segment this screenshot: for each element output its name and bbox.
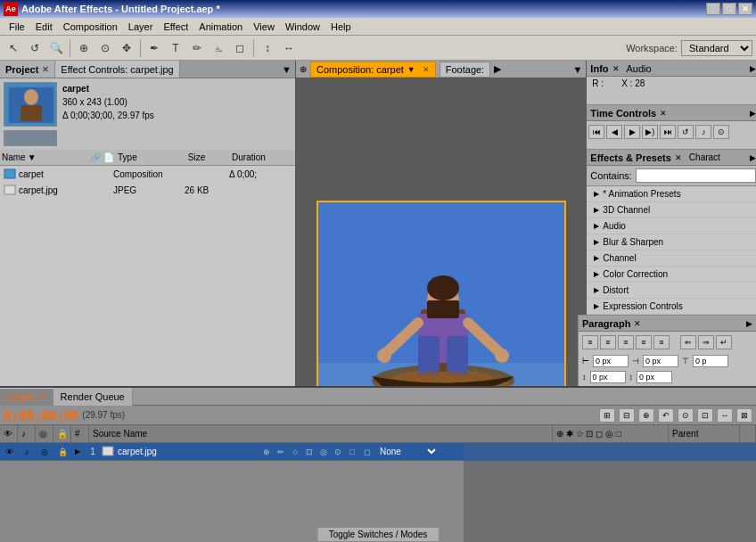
justify-all-btn[interactable]: ≡ [653, 335, 670, 349]
effect-3d-channel[interactable]: ▶ 3D Channel [587, 202, 756, 218]
effect-audio[interactable]: ▶ Audio [587, 218, 756, 234]
layer-expand-btn[interactable]: ▶ [71, 448, 84, 456]
space2-field[interactable] [637, 371, 672, 383]
info-tab[interactable]: Info [590, 63, 608, 74]
switch-2[interactable]: ✏ [275, 448, 287, 456]
effect-expression-controls[interactable]: ▶ Expression Controls [587, 299, 756, 315]
effects-close[interactable]: ✕ [675, 153, 682, 162]
indent3-field[interactable] [693, 355, 728, 367]
timeline-btn7[interactable]: ↔ [717, 408, 733, 423]
puppet-tool[interactable]: ↕ [258, 38, 277, 58]
layer-audio-btn[interactable]: ♪ [18, 448, 36, 456]
timeline-btn8[interactable]: ⊠ [736, 408, 752, 423]
effects-tab[interactable]: Effects & Presets [590, 152, 671, 163]
file-row-carpet[interactable]: carpet Composition Δ 0;00; [0, 166, 295, 182]
project-panel-menu[interactable]: ▼ [278, 61, 295, 78]
effects-menu[interactable]: ▶ [750, 153, 756, 162]
ltr-btn[interactable]: ⇒ [698, 335, 714, 349]
effects-search-input[interactable] [636, 168, 756, 183]
puppet2-tool[interactable]: ↔ [279, 38, 299, 58]
align-center-btn[interactable]: ≡ [600, 335, 616, 349]
rtl-btn[interactable]: ⇐ [680, 335, 696, 349]
audio-tab[interactable]: Audio [627, 63, 652, 74]
align-left-btn[interactable]: ≡ [582, 335, 598, 349]
menu-edit[interactable]: Edit [30, 20, 58, 34]
go-to-end-btn[interactable]: ⏭ [660, 125, 676, 139]
layer-vis-btn[interactable]: 👁 [0, 448, 18, 456]
col-type[interactable]: Type [118, 152, 188, 162]
para-title[interactable]: Paragraph [582, 318, 630, 329]
menu-layer[interactable]: Layer [123, 20, 159, 34]
switch-1[interactable]: ⊕ [260, 448, 273, 456]
time-controls-label[interactable]: Time Controls [590, 108, 656, 119]
menu-animation[interactable]: Animation [193, 20, 248, 34]
menu-window[interactable]: Window [280, 20, 325, 34]
comp-close-btn[interactable]: ✕ [423, 65, 430, 74]
toggle-switches-modes-btn[interactable]: Toggle Switches / Modes [317, 527, 440, 542]
comp-dropdown-icon[interactable]: ▼ [407, 65, 415, 74]
info-menu[interactable]: ▶ [750, 64, 756, 73]
play-btn[interactable]: ▶ [494, 63, 501, 75]
menu-composition[interactable]: Composition [58, 20, 123, 34]
switch-3[interactable]: ☆ [289, 448, 301, 456]
space1-field[interactable] [590, 371, 626, 383]
switch-8[interactable]: ◻ [360, 448, 373, 456]
menu-help[interactable]: Help [325, 20, 357, 34]
layer-row-1[interactable]: 👁 ♪ ◎ 🔒 ▶ 1 carpet.jpg ⊕ ✏ ☆ ⊡ ◎ ⊙ □ [0, 443, 464, 461]
info-close[interactable]: ✕ [612, 64, 620, 73]
effect-distort[interactable]: ▶ Distort [587, 283, 756, 299]
clone-tool[interactable]: ⎁ [209, 38, 228, 58]
switch-6[interactable]: ⊙ [332, 448, 344, 456]
brush-tool[interactable]: ✏ [187, 38, 207, 58]
switch-7[interactable]: □ [346, 448, 358, 456]
menu-effect[interactable]: Effect [158, 20, 193, 34]
timeline-btn1[interactable]: ⊞ [599, 408, 615, 423]
footage-tab[interactable]: Footage: [440, 62, 490, 78]
workspace-select[interactable]: Standard [681, 40, 752, 56]
select-tool[interactable]: ↖ [4, 38, 23, 58]
effect-channel[interactable]: ▶ Channel [587, 250, 756, 267]
file-row-carpet-jpg[interactable]: carpet.jpg JPEG 26 KB [0, 182, 295, 198]
play-btn[interactable]: ▶ [624, 125, 640, 139]
window-controls[interactable]: _ □ ✕ [706, 3, 752, 15]
comp-tab[interactable]: Composition: carpet ▼ ✕ [310, 62, 436, 78]
project-close[interactable]: ✕ [42, 65, 49, 74]
pen-tool[interactable]: ✒ [144, 38, 164, 58]
para-menu[interactable]: ▶ [746, 319, 752, 328]
para-close[interactable]: ✕ [634, 319, 641, 328]
effect-controls-tab[interactable]: Effect Controls: carpet.jpg [55, 61, 179, 78]
indent-btn[interactable]: ↵ [716, 335, 732, 349]
indent2-field[interactable] [643, 355, 678, 367]
play-audio-btn[interactable]: ▶) [642, 125, 658, 139]
timeline-btn4[interactable]: ↶ [658, 408, 674, 423]
effect-animation-presets[interactable]: ▶ * Animation Presets [587, 186, 756, 202]
project-tab[interactable]: Project ✕ [0, 61, 55, 78]
step-back-btn[interactable]: ◀ [606, 125, 622, 139]
align-right-btn[interactable]: ≡ [618, 335, 634, 349]
menu-view[interactable]: View [248, 20, 280, 34]
render-queue-tab[interactable]: Render Queue [53, 388, 133, 406]
loop-btn[interactable]: ↺ [678, 125, 694, 139]
col-size[interactable]: Size [188, 152, 232, 162]
parent-select[interactable]: None [376, 446, 439, 457]
pan-tool[interactable]: ✥ [117, 38, 136, 58]
layer-solo-btn[interactable]: ◎ [36, 448, 53, 456]
time-close[interactable]: ✕ [660, 109, 667, 118]
menu-file[interactable]: File [4, 20, 30, 34]
effect-color-correction[interactable]: ▶ Color Correction [587, 267, 756, 283]
audio-btn[interactable]: ♪ [695, 125, 711, 139]
comp-menu-btn[interactable]: ▼ [572, 64, 582, 75]
timeline-btn5[interactable]: ⊙ [678, 408, 694, 423]
col-name[interactable]: Name ▼ [2, 152, 90, 162]
timeline-btn3[interactable]: ⊕ [638, 408, 654, 423]
switch-4[interactable]: ⊡ [303, 448, 316, 456]
characters-tab[interactable]: Charact [689, 152, 720, 162]
eraser-tool[interactable]: ◻ [230, 38, 250, 58]
go-to-start-btn[interactable]: ⏮ [588, 125, 604, 139]
timeline-tab-close[interactable]: ✕ [38, 392, 45, 401]
layer-lock-btn[interactable]: 🔒 [53, 448, 71, 456]
text-tool[interactable]: T [166, 38, 185, 58]
timeline-timecode[interactable]: 0;00;00;00 [4, 408, 78, 423]
effect-blur-sharpen[interactable]: ▶ Blur & Sharpen [587, 234, 756, 250]
maximize-button[interactable]: □ [722, 3, 736, 15]
